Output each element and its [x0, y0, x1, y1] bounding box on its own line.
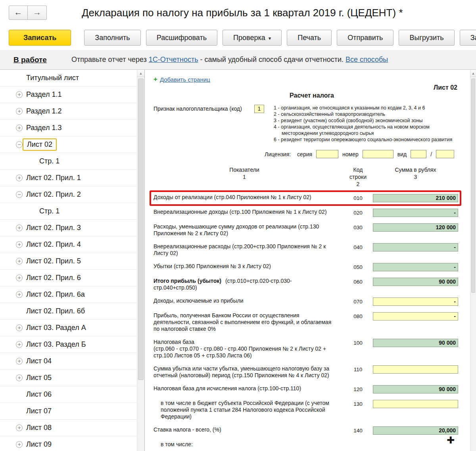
sidebar-item[interactable]: +Лист 02. Прил. 6а [0, 286, 137, 303]
status-state-link[interactable]: В работе [13, 56, 47, 64]
expand-icon[interactable]: + [16, 274, 23, 281]
scroll-up-icon[interactable]: ▲ [137, 70, 144, 77]
row-value-field[interactable] [373, 400, 458, 408]
sidebar-item[interactable]: +Лист 02. Прил. 5 [0, 253, 137, 270]
sidebar-item[interactable]: +Лист 03. Раздел Б [0, 336, 137, 353]
expand-icon[interactable]: + [16, 241, 23, 248]
expand-icon[interactable]: + [16, 175, 23, 181]
table-row: Расходы, уменьшающие сумму доходов от ре… [154, 223, 458, 237]
row-code: 080 [347, 312, 369, 319]
truncated-button[interactable]: Зап [460, 30, 476, 46]
back-arrow-icon[interactable]: ← [9, 6, 28, 20]
forward-arrow-icon[interactable]: → [28, 6, 47, 20]
expand-icon[interactable]: + [16, 291, 23, 298]
sidebar-item-label: Раздел 1.3 [26, 124, 62, 132]
row-value-field[interactable]: 90 000 [373, 278, 458, 286]
row-value-field[interactable]: - [373, 243, 458, 251]
sidebar-item[interactable]: +Лист 02. Прил. 4 [0, 236, 137, 253]
license-kind-field[interactable] [411, 150, 426, 158]
section-title: Расчет налога [154, 92, 470, 99]
sidebar-item-label: Лист 02 [23, 138, 57, 151]
expand-icon[interactable]: + [16, 225, 23, 231]
expand-icon[interactable]: + [16, 374, 23, 381]
expand-icon[interactable]: + [16, 108, 23, 115]
table-row: Внереализационные расходы (стр.200+стр.3… [154, 243, 458, 257]
row-value-field[interactable]: - [373, 209, 458, 217]
add-pages[interactable]: + Добавить страниц [154, 75, 470, 83]
legend-line: 6 - резидент территории опережающего соц… [274, 136, 461, 143]
main-scrollbar-thumb[interactable] [471, 79, 475, 293]
expand-icon[interactable]: + [16, 125, 23, 131]
decipher-button[interactable]: Расшифровать [146, 30, 217, 46]
taxpayer-code-field[interactable]: 1 [254, 105, 264, 113]
sidebar-item[interactable]: Лист 06 [0, 386, 137, 403]
sidebar-item-label: Лист 05 [26, 374, 52, 382]
app-window: ← → Декларация по налогу на прибыль за 1… [0, 0, 476, 451]
expand-icon[interactable]: + [16, 91, 23, 98]
sidebar-item[interactable]: +Лист 03. Раздел А [0, 320, 137, 336]
row-label: Внереализационные расходы (стр.200+стр.3… [154, 243, 335, 257]
sidebar-item[interactable]: Стр. 1 [0, 153, 137, 170]
sidebar-item-label: Лист 09 [26, 440, 52, 449]
sidebar-item[interactable]: +Лист 02. Прил. 6 [0, 270, 137, 286]
sidebar-item[interactable]: +Лист 02. Прил. 3 [0, 220, 137, 236]
row-value-field[interactable]: 120 000 [373, 223, 458, 232]
taxpayer-label: Признак налогоплательщика (код) [154, 105, 253, 143]
row-value-field[interactable] [373, 365, 458, 374]
expand-icon[interactable]: + [16, 324, 23, 331]
fill-button[interactable]: Заполнить [84, 30, 140, 46]
license-series-field[interactable] [316, 150, 338, 158]
sidebar-item[interactable]: Титульный лист [0, 70, 137, 86]
row-value-field[interactable]: 90 000 [373, 385, 458, 393]
sidebar-item[interactable]: Лист 07 [0, 403, 137, 420]
print-button[interactable]: Печать [287, 30, 332, 46]
row-value-field[interactable]: - [373, 263, 458, 271]
sidebar-item[interactable]: −Лист 02 [0, 136, 137, 153]
sidebar-item[interactable]: +Лист 09 [0, 436, 137, 451]
scroll-up-icon[interactable]: ▲ [470, 70, 476, 77]
expand-icon[interactable]: + [16, 341, 23, 348]
sidebar-item[interactable]: +Лист 04 [0, 353, 137, 370]
row-value-field[interactable]: 20,000 [373, 426, 458, 435]
sidebar-item[interactable]: +Раздел 1.3 [0, 120, 137, 136]
license-number-field[interactable] [363, 150, 393, 158]
sidebar: Титульный лист+Раздел 1.1+Раздел 1.2+Раз… [0, 70, 137, 451]
main-scrollbar[interactable]: ▲ [470, 70, 476, 451]
reporting-service-link[interactable]: 1С-Отчетность [149, 56, 198, 63]
sidebar-scrollbar-thumb[interactable] [138, 79, 144, 380]
expand-icon[interactable]: + [16, 358, 23, 365]
export-button[interactable]: Выгрузить [399, 30, 454, 46]
status-hint: Отправьте отчет через 1С-Отчетность - са… [71, 56, 388, 64]
sidebar-item[interactable]: +Раздел 1.1 [0, 86, 137, 103]
expand-icon[interactable]: + [16, 424, 23, 431]
row-value-field[interactable]: - [373, 312, 458, 320]
row-value-field[interactable]: 90 000 [373, 339, 458, 347]
sidebar-item[interactable]: +Лист 08 [0, 420, 137, 436]
all-methods-link[interactable]: Все способы [345, 56, 388, 63]
sidebar-item[interactable]: Стр. 1 [0, 203, 137, 220]
license-kind2-field[interactable] [436, 150, 454, 158]
save-button[interactable]: Записать [9, 30, 71, 46]
sidebar-item[interactable]: +Раздел 1.2 [0, 103, 137, 120]
expand-icon[interactable]: + [16, 258, 23, 265]
sidebar-scrollbar[interactable]: ▲ [137, 70, 144, 451]
add-pages-link[interactable]: Добавить страниц [160, 76, 210, 83]
row-value-field[interactable]: - [373, 297, 458, 306]
hint-text: Отправьте отчет через [71, 56, 149, 63]
sidebar-item[interactable]: +Лист 02. Прил. 1 [0, 170, 137, 186]
license-label: Лицензия: [265, 151, 291, 157]
row-code: 120 [347, 385, 369, 392]
send-button[interactable]: Отправить [337, 30, 393, 46]
sidebar-item[interactable]: +Лист 05 [0, 370, 137, 386]
sidebar-item[interactable]: −Лист 02. Прил. 2 [0, 186, 137, 203]
check-dropdown-button[interactable]: Проверка▾ [223, 30, 282, 46]
main-panel: + Добавить страниц Лист 02 Расчет налога… [144, 70, 470, 451]
status-bar: В работе Отправьте отчет через 1С-Отчетн… [0, 50, 476, 70]
row-value-field[interactable]: 210 000 [373, 194, 458, 202]
collapse-icon[interactable]: − [16, 141, 23, 148]
expand-icon[interactable]: + [16, 441, 23, 448]
toolbar: Записать Заполнить Расшифровать Проверка… [0, 25, 476, 50]
collapse-icon[interactable]: − [16, 191, 23, 198]
sidebar-item[interactable]: Лист 02. Прил. 6б [0, 303, 137, 320]
sidebar-item-label: Лист 04 [26, 357, 52, 365]
